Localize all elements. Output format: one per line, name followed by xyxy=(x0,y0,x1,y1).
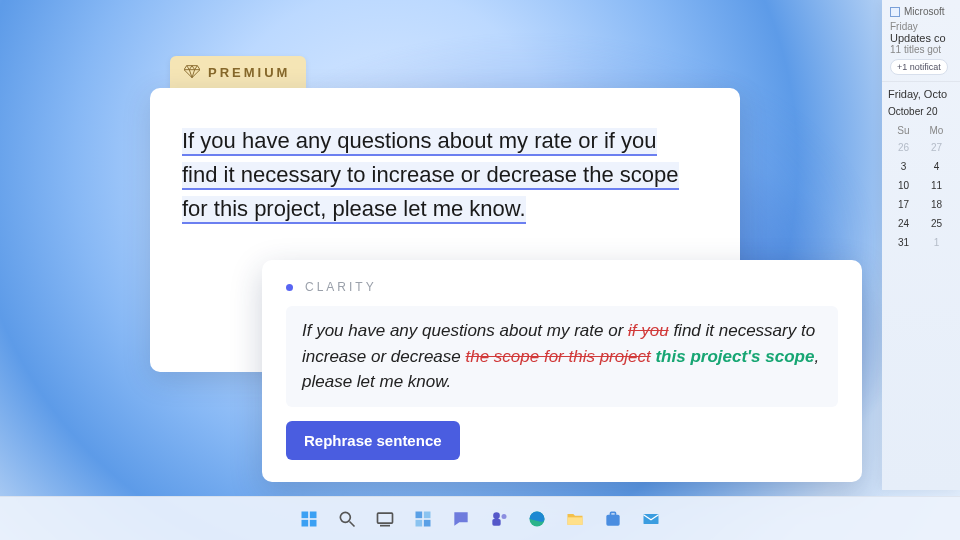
news-widget[interactable]: Microsoft Friday Updates co 11 titles go… xyxy=(882,0,960,82)
teams-icon[interactable] xyxy=(487,507,511,531)
rephrase-button[interactable]: Rephrase sentence xyxy=(286,421,460,460)
calendar-day[interactable]: 31 xyxy=(888,233,919,252)
suggestion-strike: if you xyxy=(628,321,669,340)
svg-line-5 xyxy=(350,521,355,526)
mail-icon[interactable] xyxy=(639,507,663,531)
svg-point-4 xyxy=(340,512,350,522)
suggestion-header: CLARITY xyxy=(286,280,838,294)
editor-line[interactable]: for this project, please let me know. xyxy=(182,196,526,224)
editor-line[interactable]: If you have any questions about my rate … xyxy=(182,128,657,156)
svg-rect-8 xyxy=(416,511,423,518)
news-source: Microsoft xyxy=(904,6,945,17)
calendar-day[interactable]: 10 xyxy=(888,176,919,195)
svg-rect-19 xyxy=(644,514,659,524)
calendar-day[interactable]: 4 xyxy=(919,157,954,176)
suggestion-text: If you have any questions about my rate … xyxy=(302,321,628,340)
calendar-date: Friday, Octo xyxy=(888,88,954,100)
news-subline: 11 titles got xyxy=(890,44,952,55)
svg-rect-1 xyxy=(310,511,317,518)
svg-point-14 xyxy=(502,514,507,519)
svg-rect-7 xyxy=(380,524,390,526)
calendar-widget[interactable]: Friday, Octo October 20 SuMo 26273410111… xyxy=(882,82,960,258)
microsoft-icon xyxy=(890,7,900,17)
svg-rect-3 xyxy=(310,519,317,526)
notification-chip[interactable]: +1 notificat xyxy=(890,59,948,75)
premium-badge: PREMIUM xyxy=(170,56,306,89)
start-icon[interactable] xyxy=(297,507,321,531)
calendar-day[interactable]: 17 xyxy=(888,195,919,214)
news-day: Friday xyxy=(890,21,952,32)
calendar-day[interactable]: 24 xyxy=(888,214,919,233)
explorer-icon[interactable] xyxy=(563,507,587,531)
editor-text[interactable]: If you have any questions about my rate … xyxy=(182,128,679,224)
svg-rect-18 xyxy=(611,512,616,515)
store-icon[interactable] xyxy=(601,507,625,531)
widgets-panel[interactable]: Microsoft Friday Updates co 11 titles go… xyxy=(882,0,960,490)
calendar-dow: Mo xyxy=(919,123,954,138)
calendar-day[interactable]: 11 xyxy=(919,176,954,195)
calendar-day[interactable]: 27 xyxy=(919,138,954,157)
diamond-icon xyxy=(184,64,200,81)
taskview-icon[interactable] xyxy=(373,507,397,531)
svg-rect-0 xyxy=(302,511,309,518)
calendar-day[interactable]: 1 xyxy=(919,233,954,252)
category-dot-icon xyxy=(286,284,293,291)
calendar-month: October 20 xyxy=(888,106,954,117)
editor-line[interactable]: find it necessary to increase or decreas… xyxy=(182,162,679,190)
svg-rect-2 xyxy=(302,519,309,526)
suggestion-strike: the scope for this project xyxy=(465,347,650,366)
news-headline: Updates co xyxy=(890,32,952,44)
premium-label: PREMIUM xyxy=(208,65,290,80)
calendar-day[interactable]: 3 xyxy=(888,157,919,176)
svg-rect-6 xyxy=(378,513,393,523)
svg-rect-11 xyxy=(424,519,431,526)
suggestion-body: If you have any questions about my rate … xyxy=(286,306,838,407)
suggestion-category: CLARITY xyxy=(305,280,377,294)
suggestion-card: CLARITY If you have any questions about … xyxy=(262,260,862,482)
calendar-day[interactable]: 26 xyxy=(888,138,919,157)
taskbar[interactable] xyxy=(0,496,960,540)
calendar-day[interactable]: 25 xyxy=(919,214,954,233)
svg-rect-10 xyxy=(416,519,423,526)
svg-rect-16 xyxy=(568,517,583,525)
calendar-grid[interactable]: SuMo 262734101117182425311 xyxy=(888,123,954,252)
search-icon[interactable] xyxy=(335,507,359,531)
svg-rect-13 xyxy=(492,519,500,526)
svg-point-12 xyxy=(493,512,500,519)
edge-icon[interactable] xyxy=(525,507,549,531)
widgets-icon[interactable] xyxy=(411,507,435,531)
calendar-day[interactable]: 18 xyxy=(919,195,954,214)
svg-rect-9 xyxy=(424,511,431,518)
calendar-dow: Su xyxy=(888,123,919,138)
suggestion-insert: this project's scope xyxy=(655,347,814,366)
chat-icon[interactable] xyxy=(449,507,473,531)
